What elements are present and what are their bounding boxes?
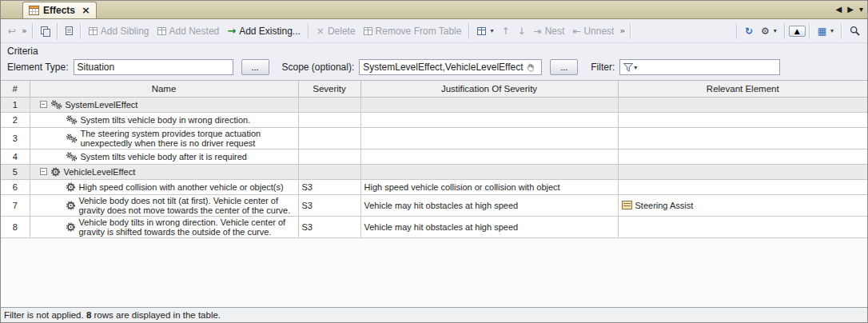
scope-browse-button[interactable]: ... [550,59,578,75]
move-up-button[interactable]: ↑ [497,24,513,38]
toolbar-overflow-icon[interactable]: » [20,26,29,36]
name-cell[interactable]: Vehicle body tilts in wrong direction. V… [30,216,298,237]
row-number: 8 [1,216,30,237]
severity-cell[interactable] [298,127,360,149]
add-sibling-button[interactable]: Add Sibling [85,24,153,38]
table-row[interactable]: 3The steering system provides torque act… [1,127,867,149]
table-row[interactable]: 8Vehicle body tilts in wrong direction. … [1,216,867,237]
table-row[interactable]: 4System tilts vehicle body after it is r… [1,149,867,164]
row-number: 5 [1,164,30,179]
relevant-element-cell[interactable] [618,179,867,194]
collapse-icon[interactable]: − [40,168,47,175]
table-row[interactable]: 7Vehicle body does not tilt (at first). … [1,194,867,216]
toolbar-overflow-icon[interactable]: » [618,26,627,36]
delete-icon: × [317,26,325,37]
justification-cell[interactable]: High speed vehicle collision or collisio… [360,179,618,194]
name-cell[interactable]: The steering system provides torque actu… [30,127,298,149]
move-down-button[interactable]: ↓ [514,24,530,38]
element-name: Vehicle body tilts in wrong direction. V… [79,217,295,237]
table-header-row: # Name Severity Justification Of Severit… [1,81,867,97]
previous-tab-icon[interactable]: ◀ [836,5,842,14]
nest-label: Nest [545,26,565,37]
justification-cell[interactable] [360,97,618,112]
criteria-title: Criteria [7,46,861,57]
add-sibling-label: Add Sibling [101,26,149,37]
show-columns-button[interactable]: ▾ [473,26,497,37]
table-row[interactable]: 2System tilts vehicle body in wrong dire… [1,112,867,127]
element-type-browse-button[interactable]: ... [241,59,269,75]
severity-cell[interactable]: S3 [298,194,360,216]
relevant-element-cell[interactable] [618,164,867,179]
remove-from-table-button[interactable]: Remove From Table [360,24,466,38]
gear-icon: ⚙ [761,26,770,37]
justification-cell[interactable]: Vehicle may hit obstacles at high speed [360,194,618,216]
severity-cell[interactable]: S3 [298,216,360,237]
toolbar-separator [736,23,738,39]
toolbar-separator [630,23,631,39]
add-existing-button[interactable]: → Add Existing... [223,24,305,38]
columns-icon [477,27,486,35]
scope-input[interactable]: SystemLevelEffect,VehicleLevelEffect [359,59,542,75]
refresh-button[interactable]: ↻ [741,24,757,38]
back-button[interactable]: ↩ [4,24,20,38]
column-header-justification[interactable]: Justification Of Severity [360,81,618,97]
element-type-input[interactable]: Situation [74,59,233,75]
scope-label: Scope (optional): [282,62,355,73]
document-button[interactable] [62,25,77,37]
justification-cell[interactable] [360,127,618,149]
name-cell[interactable]: −VehicleLevelEffect [30,164,298,179]
relevant-element-cell[interactable] [618,97,867,112]
tab-close-icon[interactable]: × [82,6,90,14]
name-cell[interactable]: Vehicle body does not tilt (at first). V… [30,194,298,216]
severity-cell[interactable] [298,112,360,127]
tab-list-icon[interactable]: ▾ [859,5,863,14]
relevant-element-cell[interactable]: Steering Assist [618,194,867,216]
justification-cell[interactable]: Vehicle may hit obstacles at high speed [360,216,618,237]
remove-from-table-label: Remove From Table [376,26,462,37]
options-gear-button[interactable]: ⚙ ▾ [757,24,781,38]
add-nested-button[interactable]: Add Nested [153,24,224,38]
column-header-number[interactable]: # [1,81,30,97]
table-row[interactable]: 6High speed collision with another vehic… [1,179,867,194]
scope-value: SystemLevelEffect,VehicleLevelEffect [363,62,523,73]
element-name: SystemLevelEffect [66,100,138,110]
name-cell[interactable]: High speed collision with another vehicl… [30,179,298,194]
delete-button[interactable]: × Delete [313,24,360,38]
justification-cell[interactable] [360,164,618,179]
collapse-criteria-button[interactable]: ▲ [789,26,806,37]
severity-cell[interactable] [298,97,360,112]
vehicle-effect-icon [50,167,61,177]
search-button[interactable] [846,24,864,38]
severity-cell[interactable] [298,164,360,179]
next-tab-icon[interactable]: ▶ [847,5,854,14]
filter-funnel-icon[interactable] [623,63,633,72]
table-row[interactable]: 1−SystemLevelEffect [1,97,867,112]
row-number: 1 [1,97,30,112]
chevron-down-icon: ▾ [830,27,834,34]
copy-button[interactable] [37,25,54,38]
column-header-name[interactable]: Name [30,81,298,97]
filter-dropdown-icon[interactable]: ▾ [634,64,637,71]
table-view-button[interactable]: ▦ ▾ [814,24,838,38]
nest-button[interactable]: ⇥ Nest [530,24,569,38]
relevant-element-cell[interactable] [618,216,867,237]
relevant-element-cell[interactable] [618,149,867,164]
relevant-element-cell[interactable] [618,127,867,149]
move-down-icon: ↓ [518,26,526,37]
justification-cell[interactable] [360,149,618,164]
justification-cell[interactable] [360,112,618,127]
filter-input[interactable]: ▾ [619,59,780,75]
name-cell[interactable]: System tilts vehicle body after it is re… [30,149,298,164]
relevant-element-cell[interactable] [618,112,867,127]
column-header-severity[interactable]: Severity [298,81,360,97]
name-cell[interactable]: −SystemLevelEffect [30,97,298,112]
severity-cell[interactable]: S3 [298,179,360,194]
severity-cell[interactable] [298,149,360,164]
name-cell[interactable]: System tilts vehicle body in wrong direc… [30,112,298,127]
unnest-button[interactable]: ⇤ Unnest [568,24,618,38]
criteria-row: Element Type: Situation ... Scope (optio… [7,59,861,75]
table-row[interactable]: 5−VehicleLevelEffect [1,164,867,179]
tab-effects[interactable]: Effects × [22,2,97,18]
column-header-relevant-element[interactable]: Relevant Element [618,81,867,97]
collapse-icon[interactable]: − [40,101,47,108]
